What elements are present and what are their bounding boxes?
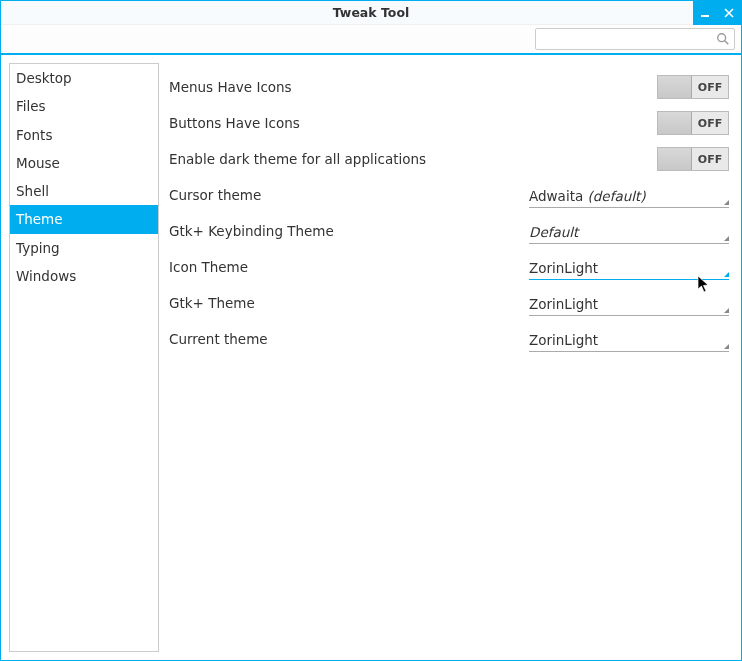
setting-label: Cursor theme (169, 187, 519, 203)
category-sidebar: DesktopFilesFontsMouseShellThemeTypingWi… (9, 63, 159, 652)
search-input[interactable] (540, 32, 716, 46)
toggle-knob (658, 148, 692, 170)
sidebar-item-typing[interactable]: Typing (10, 234, 158, 262)
combo-box[interactable]: Default (529, 218, 729, 244)
combo-box[interactable]: Adwaita (default) (529, 182, 729, 208)
toggle-knob (658, 76, 692, 98)
setting-row: Buttons Have IconsOFF (169, 105, 729, 141)
setting-row: Enable dark theme for all applicationsOF… (169, 141, 729, 177)
setting-label: Menus Have Icons (169, 79, 519, 95)
combo-value: Adwaita (default) (529, 188, 646, 204)
search-icon (716, 32, 730, 46)
sidebar-item-windows[interactable]: Windows (10, 262, 158, 290)
combo-value: ZorinLight (529, 260, 598, 276)
sidebar-item-desktop[interactable]: Desktop (10, 64, 158, 92)
toggle-switch[interactable]: OFF (657, 111, 729, 135)
toggle-knob (658, 112, 692, 134)
setting-row: Gtk+ ThemeZorinLight (169, 285, 729, 321)
setting-control: Adwaita (default) (519, 182, 729, 208)
combo-value: ZorinLight (529, 296, 598, 312)
setting-row: Gtk+ Keybinding ThemeDefault (169, 213, 729, 249)
chevron-down-icon (724, 272, 729, 277)
sidebar-item-theme[interactable]: Theme (10, 205, 158, 233)
content-area: DesktopFilesFontsMouseShellThemeTypingWi… (1, 55, 741, 660)
setting-label: Enable dark theme for all applications (169, 151, 519, 167)
combo-value: ZorinLight (529, 332, 598, 348)
window: Tweak Tool DesktopFilesFontsMouseShellTh… (0, 0, 742, 661)
setting-label: Buttons Have Icons (169, 115, 519, 131)
setting-control: ZorinLight (519, 254, 729, 280)
combo-value: Default (529, 224, 578, 240)
setting-row: Icon ThemeZorinLight (169, 249, 729, 285)
combo-box[interactable]: ZorinLight (529, 254, 729, 280)
chevron-down-icon (724, 308, 729, 313)
toggle-switch[interactable]: OFF (657, 75, 729, 99)
toggle-state-label: OFF (692, 81, 728, 94)
sidebar-item-files[interactable]: Files (10, 92, 158, 120)
setting-row: Cursor themeAdwaita (default) (169, 177, 729, 213)
toggle-state-label: OFF (692, 153, 728, 166)
svg-rect-0 (701, 15, 709, 17)
settings-panel: Menus Have IconsOFFButtons Have IconsOFF… (167, 63, 733, 652)
sidebar-item-shell[interactable]: Shell (10, 177, 158, 205)
sidebar-item-fonts[interactable]: Fonts (10, 121, 158, 149)
svg-point-3 (718, 34, 726, 42)
search-field-wrap[interactable] (535, 28, 735, 50)
setting-label: Icon Theme (169, 259, 519, 275)
setting-control: Default (519, 218, 729, 244)
combo-box[interactable]: ZorinLight (529, 290, 729, 316)
close-icon (724, 8, 734, 18)
toolbar (1, 25, 741, 55)
toggle-switch[interactable]: OFF (657, 147, 729, 171)
setting-label: Gtk+ Theme (169, 295, 519, 311)
chevron-down-icon (724, 236, 729, 241)
setting-row: Current themeZorinLight (169, 321, 729, 357)
setting-control: OFF (519, 147, 729, 171)
close-button[interactable] (717, 1, 741, 25)
svg-line-4 (725, 41, 729, 45)
titlebar: Tweak Tool (1, 1, 741, 25)
setting-control: OFF (519, 111, 729, 135)
setting-row: Menus Have IconsOFF (169, 69, 729, 105)
window-controls (693, 1, 741, 25)
sidebar-item-mouse[interactable]: Mouse (10, 149, 158, 177)
toggle-state-label: OFF (692, 117, 728, 130)
setting-control: ZorinLight (519, 290, 729, 316)
window-title: Tweak Tool (333, 5, 410, 20)
setting-control: ZorinLight (519, 326, 729, 352)
setting-label: Gtk+ Keybinding Theme (169, 223, 519, 239)
chevron-down-icon (724, 200, 729, 205)
chevron-down-icon (724, 344, 729, 349)
setting-label: Current theme (169, 331, 519, 347)
minimize-button[interactable] (693, 1, 717, 25)
minimize-icon (700, 8, 710, 18)
combo-box[interactable]: ZorinLight (529, 326, 729, 352)
setting-control: OFF (519, 75, 729, 99)
